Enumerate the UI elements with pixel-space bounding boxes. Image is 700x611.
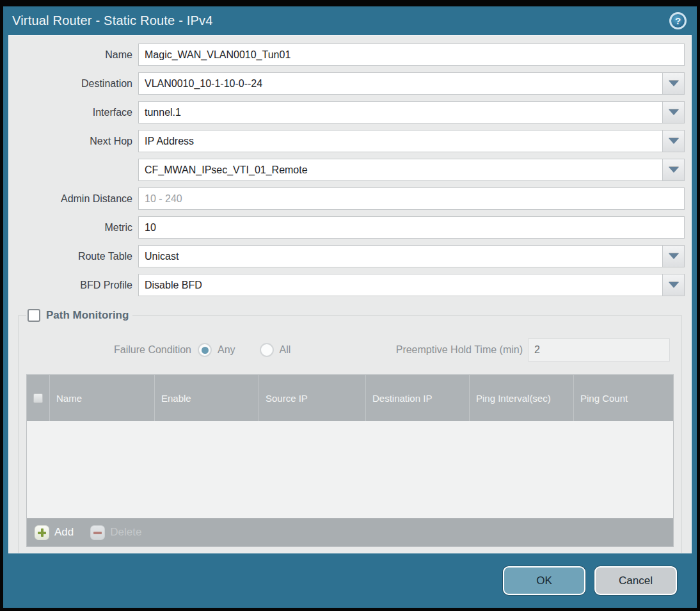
metric-input[interactable] <box>138 216 685 239</box>
delete-button[interactable]: Delete <box>90 525 141 540</box>
help-icon[interactable]: ? <box>669 12 687 29</box>
form-row-next-hop: Next Hop <box>17 130 685 152</box>
static-route-dialog: Virtual Router - Static Route - IPv4 ? N… <box>3 6 697 608</box>
help-icon-glyph: ? <box>675 15 681 26</box>
interface-label: Interface <box>17 107 138 118</box>
chevron-down-icon <box>669 81 679 86</box>
radio-all[interactable] <box>260 343 274 357</box>
path-monitor-table: Name Enable Source IP Destination IP Pin… <box>26 374 674 547</box>
form-row-name: Name <box>17 44 685 66</box>
form-row-next-hop-value <box>17 159 685 181</box>
column-header-name[interactable]: Name <box>50 375 155 421</box>
cancel-button[interactable]: Cancel <box>594 566 677 595</box>
add-button-label: Add <box>54 526 74 539</box>
destination-dropdown-button[interactable] <box>663 72 685 95</box>
destination-label: Destination <box>17 78 138 90</box>
name-input[interactable] <box>138 44 685 66</box>
select-all-cell <box>27 375 50 421</box>
route-table-input[interactable] <box>138 245 663 267</box>
form-row-bfd-profile: BFD Profile <box>17 274 685 296</box>
dialog-button-bar: OK Cancel <box>3 553 697 608</box>
chevron-down-icon <box>669 253 679 259</box>
admin-distance-label: Admin Distance <box>17 193 138 205</box>
path-monitoring-checkbox[interactable] <box>28 309 40 322</box>
path-monitoring-section: Path Monitoring Failure Condition Any Al… <box>18 309 682 553</box>
interface-dropdown-button[interactable] <box>663 101 685 123</box>
column-header-destination-ip[interactable]: Destination IP <box>366 375 470 421</box>
path-monitoring-legend: Path Monitoring <box>26 309 132 322</box>
preemptive-hold-time-input[interactable] <box>528 338 670 361</box>
chevron-down-icon <box>669 282 679 288</box>
select-all-checkbox[interactable] <box>33 393 43 403</box>
title-bar: Virtual Router - Static Route - IPv4 ? <box>3 6 697 35</box>
failure-condition-row: Failure Condition Any All Preemptive Hol… <box>26 338 670 361</box>
table-footer: Add Delete <box>27 518 673 546</box>
destination-input[interactable] <box>138 72 663 95</box>
name-label: Name <box>17 49 138 61</box>
next-hop-address-dropdown-button[interactable] <box>663 159 685 181</box>
bfd-profile-label: BFD Profile <box>17 280 138 291</box>
column-header-ping-interval[interactable]: Ping Interval(sec) <box>470 375 574 421</box>
radio-all-label: All <box>280 344 291 356</box>
ok-button[interactable]: OK <box>503 566 585 595</box>
route-table-label: Route Table <box>17 251 138 262</box>
add-button[interactable]: Add <box>35 525 74 540</box>
form-row-route-table: Route Table <box>17 245 685 267</box>
bfd-profile-input[interactable] <box>138 274 663 296</box>
next-hop-type-dropdown-button[interactable] <box>663 130 685 152</box>
chevron-down-icon <box>669 109 679 115</box>
bfd-profile-dropdown-button[interactable] <box>663 274 685 296</box>
next-hop-label: Next Hop <box>17 136 138 147</box>
next-hop-type-input[interactable] <box>138 130 663 152</box>
column-header-ping-count[interactable]: Ping Count <box>574 375 673 421</box>
chevron-down-icon <box>669 167 679 173</box>
screen: Virtual Router - Static Route - IPv4 ? N… <box>0 0 700 611</box>
preemptive-hold-time-label: Preemptive Hold Time (min) <box>396 344 528 356</box>
table-body-empty <box>27 421 673 518</box>
route-table-dropdown-button[interactable] <box>663 245 685 267</box>
column-header-enable[interactable]: Enable <box>155 375 259 421</box>
failure-condition-radio-group: Any All <box>198 343 315 357</box>
interface-input[interactable] <box>138 101 663 123</box>
admin-distance-input[interactable] <box>138 187 685 210</box>
metric-label: Metric <box>17 222 138 234</box>
path-monitoring-title: Path Monitoring <box>46 309 129 322</box>
page-title: Virtual Router - Static Route - IPv4 <box>12 13 213 28</box>
radio-any[interactable] <box>198 343 212 357</box>
minus-icon <box>90 525 105 540</box>
failure-condition-label: Failure Condition <box>26 344 198 356</box>
form-row-interface: Interface <box>17 101 685 123</box>
form-row-metric: Metric <box>17 216 685 239</box>
plus-icon <box>35 525 49 540</box>
column-header-source-ip[interactable]: Source IP <box>259 375 366 421</box>
radio-selected-dot <box>202 347 209 354</box>
next-hop-address-input[interactable] <box>138 159 663 181</box>
dialog-body: Name Destination Interface <box>8 35 692 553</box>
form-row-admin-distance: Admin Distance <box>17 187 685 210</box>
delete-button-label: Delete <box>110 526 141 539</box>
table-header: Name Enable Source IP Destination IP Pin… <box>27 375 673 421</box>
radio-any-label: Any <box>218 344 235 356</box>
chevron-down-icon <box>669 138 679 144</box>
form-row-destination: Destination <box>17 72 685 95</box>
